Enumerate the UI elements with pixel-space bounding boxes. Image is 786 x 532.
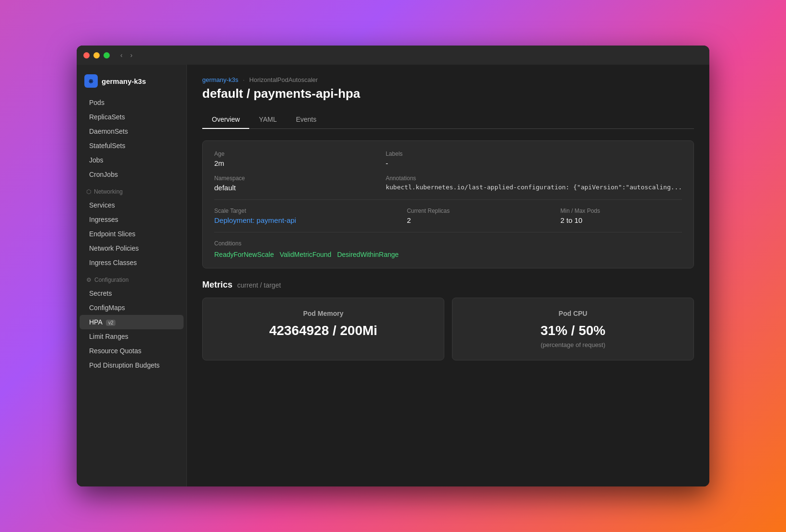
scale-target-value[interactable]: Deployment: payment-api <box>214 216 378 224</box>
sidebar-item-ingresses[interactable]: Ingresses <box>80 212 184 227</box>
scale-target-label: Scale Target <box>214 208 378 214</box>
section-configuration: ⚙ Configuration <box>77 270 186 286</box>
namespace-field: Namespace default <box>214 175 367 192</box>
min-max-label: Min / Max Pods <box>560 208 682 214</box>
tab-overview[interactable]: Overview <box>202 111 249 129</box>
info-grid-top: Age 2m Labels - Namespace default Annota… <box>214 150 682 192</box>
annotations-value: kubectl.kubernetes.io/last-applied-confi… <box>386 184 682 191</box>
condition-ready: ReadyForNewScale <box>214 251 274 258</box>
sidebar-item-limit-ranges[interactable]: Limit Ranges <box>80 329 184 344</box>
labels-label: Labels <box>386 150 682 157</box>
metric-cpu-title: Pod CPU <box>464 310 682 317</box>
metric-card-cpu: Pod CPU 31% / 50% (percentage of request… <box>452 298 694 360</box>
configuration-icon: ⚙ <box>86 277 92 283</box>
breadcrumb-sep: · <box>243 76 245 83</box>
annotations-field: Annotations kubectl.kubernetes.io/last-a… <box>386 175 682 192</box>
tab-events[interactable]: Events <box>286 111 326 129</box>
condition-desired: DesiredWithinRange <box>337 251 398 258</box>
labels-field: Labels - <box>386 150 682 167</box>
tabs: Overview YAML Events <box>202 111 694 129</box>
metrics-section: Metrics current / target Pod Memory 4236… <box>202 280 694 360</box>
scale-target-field: Scale Target Deployment: payment-api <box>214 208 378 224</box>
breadcrumb: germany-k3s · HorizontalPodAutoscaler <box>202 76 694 83</box>
app-window: ‹ › ⎈ germany-k3s Pods ReplicaSets Daemo… <box>77 46 709 486</box>
min-max-field: Min / Max Pods 2 to 10 <box>560 208 682 224</box>
sidebar-item-resource-quotas[interactable]: Resource Quotas <box>80 344 184 358</box>
cluster-name: germany-k3s <box>102 77 146 85</box>
min-max-value: 2 to 10 <box>560 216 682 224</box>
conditions-label: Conditions <box>214 240 682 247</box>
sidebar: ⎈ germany-k3s Pods ReplicaSets DaemonSet… <box>77 65 187 486</box>
breadcrumb-resource-type: HorizontalPodAutoscaler <box>249 76 318 83</box>
maximize-button[interactable] <box>104 52 110 58</box>
info-card: Age 2m Labels - Namespace default Annota… <box>202 140 694 268</box>
sidebar-item-replicasets[interactable]: ReplicaSets <box>80 110 184 124</box>
age-field: Age 2m <box>214 150 367 167</box>
sidebar-item-secrets[interactable]: Secrets <box>80 286 184 301</box>
sidebar-item-configmaps[interactable]: ConfigMaps <box>80 301 184 315</box>
divider-1 <box>214 199 682 200</box>
sidebar-item-jobs[interactable]: Jobs <box>80 153 184 167</box>
condition-valid: ValidMetricFound <box>280 251 332 258</box>
annotations-label: Annotations <box>386 175 682 182</box>
cluster-header[interactable]: ⎈ germany-k3s <box>77 70 186 95</box>
content-area: ⎈ germany-k3s Pods ReplicaSets DaemonSet… <box>77 65 709 486</box>
nav-arrows: ‹ › <box>118 50 134 60</box>
labels-value: - <box>386 159 682 167</box>
minimize-button[interactable] <box>93 52 100 58</box>
tab-yaml[interactable]: YAML <box>249 111 286 129</box>
sidebar-item-pod-disruption-budgets[interactable]: Pod Disruption Budgets <box>80 358 184 372</box>
sidebar-item-ingress-classes[interactable]: Ingress Classes <box>80 255 184 270</box>
age-value: 2m <box>214 159 367 167</box>
page-title: default / payments-api-hpa <box>202 86 694 101</box>
metric-card-memory: Pod Memory 42364928 / 200Mi <box>202 298 444 360</box>
sidebar-item-hpa[interactable]: HPA v2 <box>80 315 184 329</box>
conditions-field: Conditions ReadyForNewScale ValidMetricF… <box>214 240 682 258</box>
back-arrow[interactable]: ‹ <box>118 50 125 60</box>
metrics-header: Metrics current / target <box>202 280 694 290</box>
divider-2 <box>214 232 682 232</box>
sidebar-item-services[interactable]: Services <box>80 198 184 212</box>
forward-arrow[interactable]: › <box>128 50 135 60</box>
cluster-icon: ⎈ <box>84 74 98 88</box>
breadcrumb-cluster[interactable]: germany-k3s <box>202 76 238 83</box>
sidebar-item-daemonsets[interactable]: DaemonSets <box>80 124 184 139</box>
metrics-cards: Pod Memory 42364928 / 200Mi Pod CPU 31% … <box>202 298 694 360</box>
conditions-row: ReadyForNewScale ValidMetricFound Desire… <box>214 251 682 258</box>
metric-memory-title: Pod Memory <box>214 310 432 317</box>
main-content: germany-k3s · HorizontalPodAutoscaler de… <box>187 65 709 486</box>
close-button[interactable] <box>83 52 90 58</box>
metric-cpu-value: 31% / 50% <box>464 323 682 338</box>
metric-cpu-sub: (percentage of request) <box>464 341 682 348</box>
namespace-label: Namespace <box>214 175 367 182</box>
sidebar-item-cronjobs[interactable]: CronJobs <box>80 167 184 182</box>
sidebar-item-endpoint-slices[interactable]: Endpoint Slices <box>80 227 184 241</box>
metrics-title: Metrics <box>202 280 232 290</box>
age-label: Age <box>214 150 367 157</box>
current-replicas-label: Current Replicas <box>407 208 532 214</box>
sidebar-item-network-policies[interactable]: Network Policies <box>80 241 184 255</box>
section-networking: ⬡ Networking <box>77 182 186 198</box>
metric-memory-value: 42364928 / 200Mi <box>214 323 432 338</box>
sidebar-item-pods[interactable]: Pods <box>80 95 184 110</box>
scale-row: Scale Target Deployment: payment-api Cur… <box>214 208 682 224</box>
hpa-badge: v2 <box>106 320 116 326</box>
titlebar: ‹ › <box>77 46 709 65</box>
current-replicas-field: Current Replicas 2 <box>407 208 532 224</box>
namespace-value: default <box>214 184 367 192</box>
sidebar-item-statefulsets[interactable]: StatefulSets <box>80 139 184 153</box>
metrics-subtitle: current / target <box>237 281 281 289</box>
networking-icon: ⬡ <box>86 188 91 195</box>
current-replicas-value: 2 <box>407 216 532 224</box>
